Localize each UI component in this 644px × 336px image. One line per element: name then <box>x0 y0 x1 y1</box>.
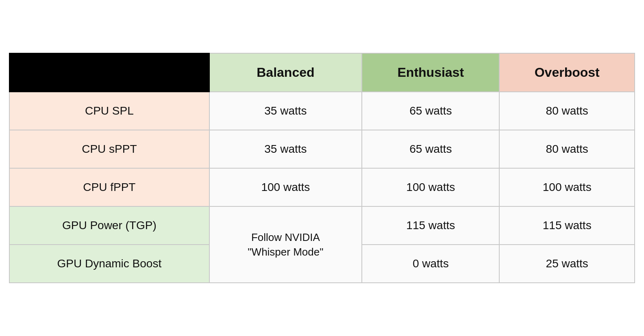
gpu-balanced-whisper: Follow NVIDIA "Whisper Mode" <box>209 206 362 283</box>
table-row-gpu-power: GPU Power (TGP) Follow NVIDIA "Whisper M… <box>9 206 635 245</box>
header-enthusiast: Enthusiast <box>362 53 499 92</box>
whisper-line2: "Whisper Mode" <box>248 246 323 258</box>
gpu-boost-overboost: 25 watts <box>499 245 635 283</box>
table-wrapper: Balanced Enthusiast Overboost CPU SPL 35… <box>0 0 644 336</box>
cpu-fppt-balanced: 100 watts <box>209 168 362 206</box>
cpu-fppt-enthusiast: 100 watts <box>362 168 499 206</box>
gpu-power-enthusiast: 115 watts <box>362 206 499 245</box>
row-label-cpu-spl: CPU SPL <box>9 92 209 130</box>
cpu-spl-enthusiast: 65 watts <box>362 92 499 130</box>
gpu-power-overboost: 115 watts <box>499 206 635 245</box>
comparison-table: Balanced Enthusiast Overboost CPU SPL 35… <box>9 53 635 283</box>
row-label-gpu-power: GPU Power (TGP) <box>9 206 209 245</box>
gpu-boost-enthusiast: 0 watts <box>362 245 499 283</box>
cpu-spl-overboost: 80 watts <box>499 92 635 130</box>
row-label-cpu-sppt: CPU sPPT <box>9 130 209 168</box>
cpu-sppt-balanced: 35 watts <box>209 130 362 168</box>
header-balanced: Balanced <box>209 53 362 92</box>
header-empty-cell <box>9 53 209 92</box>
cpu-spl-balanced: 35 watts <box>209 92 362 130</box>
whisper-line1: Follow NVIDIA <box>251 231 320 243</box>
row-label-cpu-fppt: CPU fPPT <box>9 168 209 206</box>
row-label-gpu-boost: GPU Dynamic Boost <box>9 245 209 283</box>
cpu-sppt-enthusiast: 65 watts <box>362 130 499 168</box>
cpu-fppt-overboost: 100 watts <box>499 168 635 206</box>
table-row: CPU SPL 35 watts 65 watts 80 watts <box>9 92 635 130</box>
cpu-sppt-overboost: 80 watts <box>499 130 635 168</box>
header-overboost: Overboost <box>499 53 635 92</box>
table-row: CPU sPPT 35 watts 65 watts 80 watts <box>9 130 635 168</box>
table-row: CPU fPPT 100 watts 100 watts 100 watts <box>9 168 635 206</box>
